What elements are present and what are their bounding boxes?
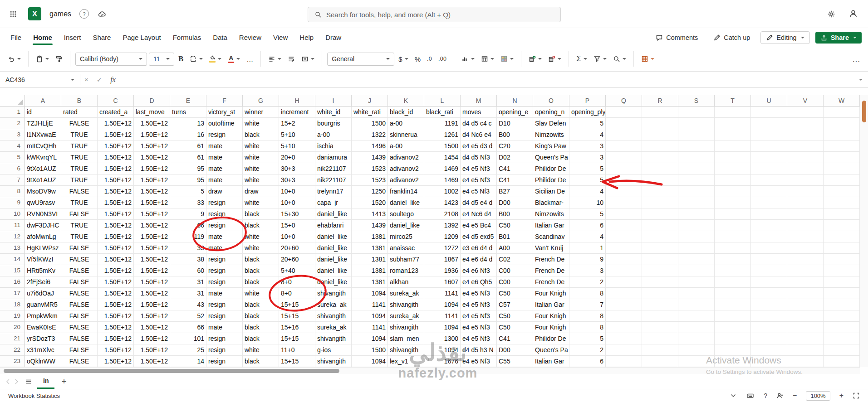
cell-J12[interactable]: 1381 <box>352 231 388 242</box>
cell-K9[interactable]: daniel_like <box>388 197 424 208</box>
cell-T17[interactable] <box>715 288 751 299</box>
cell-F4[interactable]: mate <box>206 140 243 152</box>
cell-B13[interactable]: FALSE <box>61 242 98 254</box>
cell-R2[interactable] <box>642 118 678 129</box>
cell-V10[interactable] <box>787 208 824 220</box>
cell-R11[interactable] <box>642 220 678 231</box>
cell-U14[interactable] <box>751 254 787 265</box>
cell-E1[interactable]: turns <box>170 107 206 118</box>
feedback-people-icon[interactable] <box>776 392 784 399</box>
cell-I16[interactable]: daniel_like <box>315 276 352 288</box>
cell-N7[interactable]: C41 <box>497 174 533 186</box>
cell-U5[interactable] <box>751 152 787 163</box>
row-header-12[interactable]: 12 <box>0 231 25 242</box>
cell-N20[interactable]: C50 <box>497 322 533 333</box>
cell-N23[interactable]: C55 <box>497 356 533 367</box>
cell-M14[interactable]: e4 e6 d4 d <box>461 254 497 265</box>
cell-W13[interactable] <box>824 242 860 254</box>
row-header-3[interactable]: 3 <box>0 129 25 140</box>
cell-Q16[interactable] <box>606 276 642 288</box>
cell-E2[interactable]: 13 <box>170 118 206 129</box>
search-box[interactable]: Search for tools, help, and more (Alt + … <box>308 7 561 22</box>
cell-O12[interactable]: Scandinav <box>533 231 569 242</box>
cell-Q13[interactable] <box>606 242 642 254</box>
cell-B14[interactable]: FALSE <box>61 254 98 265</box>
cell-D20[interactable]: 1.50E+12 <box>134 322 170 333</box>
cell-S12[interactable] <box>678 231 715 242</box>
menu-file[interactable]: File <box>5 28 27 47</box>
cell-H20[interactable]: 15+16 <box>279 322 315 333</box>
cell-L9[interactable]: 1423 <box>424 197 461 208</box>
cell-R18[interactable] <box>642 299 678 310</box>
formula-bar-expand-button[interactable] <box>853 72 868 87</box>
font-name-select[interactable]: Calibri (Body) <box>75 53 147 66</box>
row-header-9[interactable]: 9 <box>0 197 25 208</box>
cell-I14[interactable]: daniel_like <box>315 254 352 265</box>
row-header-11[interactable]: 11 <box>0 220 25 231</box>
autosum-button[interactable]: Σ <box>574 52 589 66</box>
cell-V22[interactable] <box>787 344 824 356</box>
find-button[interactable] <box>611 53 628 65</box>
cell-M21[interactable]: e4 e5 Nf3 <box>461 333 497 344</box>
cell-H3[interactable]: 5+10 <box>279 129 315 140</box>
cell-G23[interactable]: black <box>243 356 279 367</box>
cell-O7[interactable]: Philidor De <box>533 174 569 186</box>
column-header-K[interactable]: K <box>388 95 424 107</box>
cell-C23[interactable]: 1.50E+12 <box>98 356 134 367</box>
cell-V12[interactable] <box>787 231 824 242</box>
row-header-14[interactable]: 14 <box>0 254 25 265</box>
cell-B15[interactable]: FALSE <box>61 265 98 276</box>
cell-G5[interactable]: white <box>243 152 279 163</box>
cell-K1[interactable]: black_id <box>388 107 424 118</box>
cell-G17[interactable]: white <box>243 288 279 299</box>
cell-F8[interactable]: draw <box>206 186 243 197</box>
cell-T21[interactable] <box>715 333 751 344</box>
cell-M23[interactable]: e4 e5 Nf3 <box>461 356 497 367</box>
cell-G3[interactable]: black <box>243 129 279 140</box>
cell-U21[interactable] <box>751 333 787 344</box>
cell-V7[interactable] <box>787 174 824 186</box>
cell-P6[interactable]: 5 <box>569 163 606 174</box>
switch-ribbon-button[interactable] <box>639 53 657 65</box>
cell-E23[interactable]: 14 <box>170 356 206 367</box>
cell-S17[interactable] <box>678 288 715 299</box>
decrease-decimal-button[interactable]: .0 <box>425 53 434 65</box>
cell-O19[interactable]: Four Knigh <box>533 310 569 322</box>
row-header-13[interactable]: 13 <box>0 242 25 254</box>
cell-I11[interactable]: ehabfanri <box>315 220 352 231</box>
cell-O6[interactable]: Philidor De <box>533 163 569 174</box>
workbook-statistics-button[interactable]: Workbook Statistics <box>8 392 60 399</box>
cell-V3[interactable] <box>787 129 824 140</box>
cell-F21[interactable]: resign <box>206 333 243 344</box>
cell-A21[interactable]: yrSDozT3 <box>25 333 61 344</box>
cell-T10[interactable] <box>715 208 751 220</box>
cell-K17[interactable]: sureka_ak <box>388 288 424 299</box>
cell-W18[interactable] <box>824 299 860 310</box>
cell-C8[interactable]: 1.50E+12 <box>98 186 134 197</box>
cell-O13[interactable]: Van't Kruij <box>533 242 569 254</box>
cell-I23[interactable]: shivangith <box>315 356 352 367</box>
cell-I2[interactable]: bourgris <box>315 118 352 129</box>
cell-G19[interactable]: black <box>243 310 279 322</box>
cell-V21[interactable] <box>787 333 824 344</box>
cell-H12[interactable]: 10+0 <box>279 231 315 242</box>
zoom-level[interactable]: 100% <box>806 391 830 401</box>
cell-S5[interactable] <box>678 152 715 163</box>
cell-R15[interactable] <box>642 265 678 276</box>
cell-U20[interactable] <box>751 322 787 333</box>
cell-W2[interactable] <box>824 118 860 129</box>
cell-W19[interactable] <box>824 310 860 322</box>
cell-J7[interactable]: 1523 <box>352 174 388 186</box>
cell-A15[interactable]: HRti5mKv <box>25 265 61 276</box>
cell-R14[interactable] <box>642 254 678 265</box>
cell-B20[interactable]: FALSE <box>61 322 98 333</box>
cell-N10[interactable]: B00 <box>497 208 533 220</box>
cell-E7[interactable]: 95 <box>170 174 206 186</box>
cell-H2[interactable]: 15+2 <box>279 118 315 129</box>
cell-J9[interactable]: 1520 <box>352 197 388 208</box>
cell-B2[interactable]: FALSE <box>61 118 98 129</box>
cell-K2[interactable]: a-00 <box>388 118 424 129</box>
cell-U15[interactable] <box>751 265 787 276</box>
cell-F11[interactable]: resign <box>206 220 243 231</box>
cell-L21[interactable]: 1300 <box>424 333 461 344</box>
